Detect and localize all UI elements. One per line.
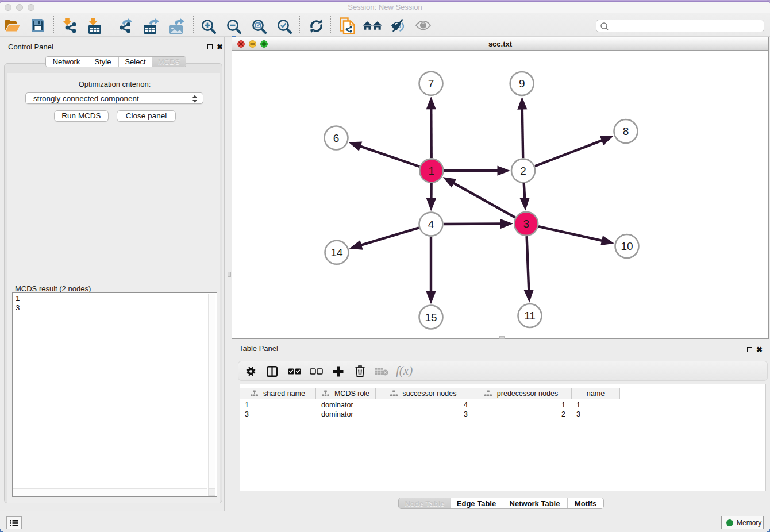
svg-text:8: 8 [623, 125, 629, 137]
svg-text:6: 6 [333, 132, 340, 144]
svg-text:9: 9 [519, 78, 525, 90]
svg-text:10: 10 [621, 240, 633, 252]
svg-text:11: 11 [524, 310, 536, 322]
svg-text:14: 14 [330, 246, 343, 259]
svg-text:2: 2 [520, 165, 526, 177]
svg-text:3: 3 [523, 218, 529, 230]
svg-text:4: 4 [428, 218, 434, 230]
svg-text:7: 7 [428, 78, 434, 90]
svg-text:15: 15 [425, 311, 437, 323]
svg-text:1: 1 [429, 165, 435, 177]
